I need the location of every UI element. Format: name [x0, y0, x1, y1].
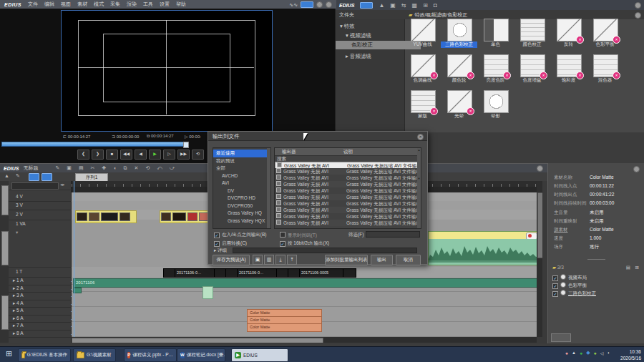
vscroll-handle[interactable] — [537, 192, 542, 258]
window-close-icon[interactable] — [326, 1, 332, 8]
taskbar-item-word[interactable]: W课程笔记.docx [兼… — [177, 348, 225, 362]
effect-thumb-invert[interactable]: ✕ — [557, 19, 582, 41]
video-clip[interactable] — [75, 210, 137, 223]
cut-icon[interactable]: ✂ — [91, 165, 95, 171]
applied-effect-row[interactable]: ✓视频布局 — [552, 273, 642, 281]
grid-view-icon[interactable]: ⊞ — [635, 263, 639, 272]
effect-thumb-saturation[interactable]: ✕ — [557, 54, 582, 77]
menu-capture[interactable]: 采集 — [110, 1, 120, 8]
save-preset-button[interactable]: 保存为预设(A) — [213, 255, 250, 265]
vertical-scrollbar[interactable] — [537, 181, 542, 337]
effect-thumb-3way-color[interactable] — [447, 19, 472, 41]
effect-thumb-chroma[interactable]: ✕ — [520, 54, 545, 77]
list-scrollbar[interactable]: ▲▼ — [417, 148, 421, 228]
category-gvhqx[interactable]: Grass Valley HQX — [213, 217, 282, 225]
export-button[interactable]: 输出 — [371, 255, 393, 265]
checkbox-display-timecode[interactable]: 显示时间码(T) — [280, 232, 317, 239]
track-preset-dropdown[interactable]: ◂▸ — [9, 181, 72, 190]
effect-thumb-vignette[interactable] — [484, 90, 509, 113]
menu-file[interactable]: 文件 — [28, 1, 38, 8]
dialog-close-icon[interactable]: ✕ — [417, 134, 424, 140]
preset-save-icon[interactable]: ▣ — [253, 255, 263, 265]
effect-thumb-monochrome[interactable] — [484, 19, 509, 41]
title-clip[interactable]: 20171106-0005 — [299, 268, 345, 278]
horizontal-scrollbar[interactable] — [72, 337, 537, 343]
category-all[interactable]: 全部 — [213, 165, 270, 172]
exporter-row[interactable]: Grass Valley 无损 AVIGrass Valley 无损压缩 AVI… — [275, 181, 419, 187]
menu-clip[interactable]: 素材 — [77, 1, 87, 8]
detail-expander[interactable]: ▸ 详细 — [214, 248, 227, 254]
exporter-row[interactable]: Grass Valley 无损 AVIGrass Valley 无损压缩 AVI… — [275, 168, 419, 175]
eject-icon[interactable]: ▲ — [4, 173, 9, 178]
mode-badge[interactable] — [301, 1, 313, 8]
preset-export-icon[interactable]: ⤒ — [287, 255, 297, 265]
checkbox-16bit-2ch[interactable]: ✓按 16bit/2ch 输出(X) — [280, 240, 329, 247]
tray-show-hidden-icon[interactable]: ▲ — [572, 351, 576, 355]
track-header-2v[interactable]: 2 V — [9, 210, 79, 220]
detail-field[interactable] — [233, 248, 417, 253]
preset-delete-icon[interactable]: ▥ — [264, 255, 274, 265]
group-clip[interactable]: 20171106 — [73, 278, 542, 288]
effect-enable-checkbox[interactable]: ✓ — [552, 283, 558, 289]
column-exporter[interactable]: 输出器 — [275, 149, 296, 154]
playhead[interactable] — [74, 181, 74, 337]
grid-view-icon[interactable]: ▦ — [412, 2, 418, 9]
speaker-icon[interactable]: ◖ — [113, 165, 116, 171]
tray-leaf-icon[interactable]: ● — [594, 351, 597, 356]
tree-item-effects[interactable]: ▾ 特效 — [336, 22, 409, 31]
exporter-row[interactable]: Grass Valley 无损 AVIGrass Valley 无损压缩 AVI… — [275, 207, 419, 213]
add-clip-icon[interactable]: ✚ — [102, 165, 106, 171]
effect-thumb-mask[interactable]: ✕ — [411, 90, 436, 113]
menu-view[interactable]: 视图 — [61, 1, 71, 8]
tray-shield-icon[interactable]: ◆ — [586, 350, 590, 356]
path-option-icon[interactable] — [635, 12, 641, 19]
delete-icon[interactable]: ✕ — [135, 165, 139, 171]
set-out-button[interactable]: ❯ — [92, 150, 104, 160]
taskbar-item-folder2[interactable]: G:\视频素材 — [73, 348, 116, 362]
menu-settings[interactable]: 设置 — [160, 1, 170, 8]
refresh-icon[interactable]: ⟲ — [145, 165, 150, 171]
mode-button-a[interactable] — [29, 173, 39, 181]
tree-item-audio-filters[interactable]: ▸ 音频滤镜 — [336, 52, 415, 61]
dialog-title-bar[interactable]: 输出到文件 ✕ — [208, 132, 427, 141]
category-dvcpro50[interactable]: DVCPRO50 — [213, 202, 282, 210]
info-bottom-button[interactable] — [551, 333, 571, 342]
copy-icon[interactable]: ⧉ — [124, 165, 127, 171]
tree-scrollbar[interactable] — [267, 148, 270, 228]
checkbox-between-in-out[interactable]: ✓在入/出点之间输出(B) — [214, 232, 266, 238]
folder-icon[interactable]: ▣ — [390, 2, 396, 9]
effect-thumb-mixer[interactable]: ✕ — [593, 54, 618, 77]
group-handle[interactable] — [1, 295, 9, 330]
loop-button[interactable]: ⟲ — [192, 150, 204, 160]
undo-icon[interactable]: ⤺ — [157, 165, 162, 171]
checkbox-enable-conversion[interactable]: ✓启用转换(C) — [214, 240, 247, 247]
effect-enable-checkbox[interactable]: ✓ — [552, 275, 558, 281]
mode-button-b[interactable] — [42, 173, 52, 181]
taskbar-clock[interactable]: 10:36 2020/5/16 — [620, 348, 641, 361]
timeline-option-icon[interactable] — [537, 165, 543, 172]
effect-thumb-color-balance[interactable]: ✕ — [593, 19, 618, 41]
title-clip[interactable]: 20171106-0… — [237, 268, 278, 278]
prev-frame-button[interactable]: ◀ — [135, 150, 147, 160]
title-clip[interactable]: 20171106-0… — [175, 268, 216, 278]
effect-thumb-yuv-curve[interactable] — [411, 19, 436, 41]
track-header-1t[interactable]: 1 T — [9, 267, 79, 278]
filter-field[interactable] — [366, 231, 420, 238]
va-clip[interactable] — [428, 231, 542, 265]
pen-icon[interactable]: ✎ — [55, 165, 59, 171]
color-matte-clip[interactable]: Color Matte — [247, 323, 322, 332]
taskbar-item-folder1[interactable]: G:\EDIUS 基本操作 — [18, 348, 71, 362]
add-to-batch-button[interactable]: 添加到批量输出列表(X) — [325, 255, 368, 265]
tray-volume-icon[interactable]: ◖ — [607, 351, 610, 355]
title-clip[interactable] — [343, 268, 356, 278]
palette-close-icon[interactable] — [635, 2, 641, 9]
exporter-row[interactable]: Grass Valley 无损 AVIGrass Valley 无损压缩 AVI… — [275, 200, 419, 207]
redo-icon[interactable]: ⤻ — [170, 165, 175, 171]
category-dv[interactable]: DV — [213, 187, 282, 195]
effect-thumb-glow[interactable]: ✕ — [447, 90, 472, 113]
effect-thumb-color-wheel[interactable]: ✕ — [447, 54, 472, 77]
menu-mode[interactable]: 模式 — [94, 1, 104, 8]
tray-pink-icon[interactable]: ● — [565, 351, 568, 356]
menu-render[interactable]: 渲染 — [127, 1, 137, 8]
tree-item-video-filters[interactable]: ▾ 视频滤镜 — [336, 31, 415, 40]
